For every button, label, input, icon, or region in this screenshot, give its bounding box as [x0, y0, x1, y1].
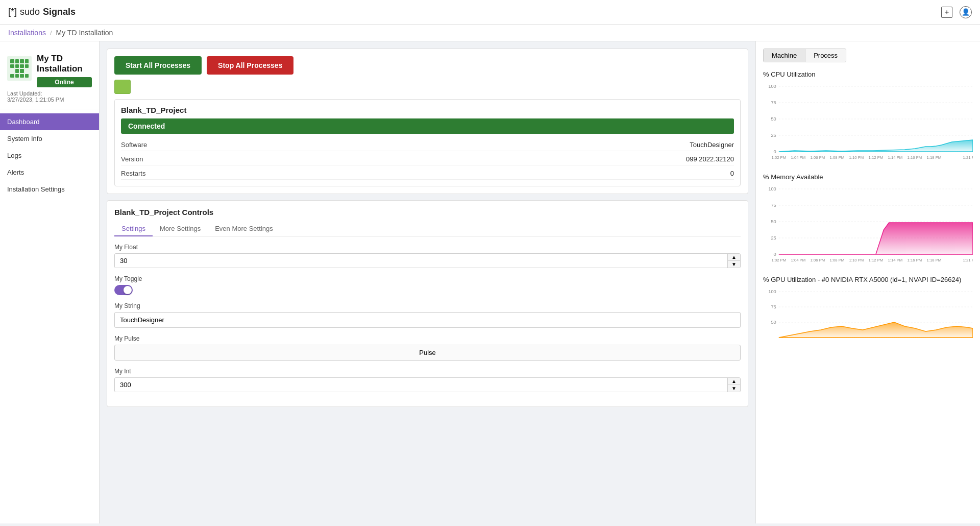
string-input[interactable] [114, 312, 741, 328]
svg-text:1:10 PM: 1:10 PM [849, 155, 864, 160]
svg-text:1:08 PM: 1:08 PM [830, 155, 845, 160]
process-buttons: Start All Processes Stop All Processes [114, 56, 741, 75]
float-label: My Float [114, 244, 741, 251]
int-up[interactable]: ▲ [728, 378, 740, 385]
version-value: 099 2022.32120 [428, 153, 734, 165]
installation-header: My TD Installation Online [7, 54, 92, 87]
svg-text:1:16 PM: 1:16 PM [908, 155, 922, 160]
float-spinners: ▲ ▼ [727, 254, 740, 268]
svg-text:75: 75 [771, 203, 776, 208]
icon-cell [15, 69, 19, 73]
svg-text:1:16 PM: 1:16 PM [908, 258, 922, 262]
pulse-button[interactable]: Pulse [114, 345, 741, 361]
breadcrumb-separator: / [50, 29, 52, 37]
svg-text:100: 100 [768, 186, 776, 192]
cpu-chart-title: % CPU Utilization [763, 70, 973, 78]
toggle-control[interactable] [114, 285, 133, 295]
logo-sudo: sudo [20, 7, 40, 17]
sidebar-item-logs[interactable]: Logs [0, 147, 99, 164]
user-avatar[interactable]: 👤 [960, 6, 972, 18]
start-all-button[interactable]: Start All Processes [114, 56, 202, 75]
controls-section: Blank_TD_Project Controls Settings More … [107, 200, 748, 407]
svg-text:1:14 PM: 1:14 PM [888, 155, 903, 160]
toggle-knob [124, 286, 132, 294]
icon-cell [20, 64, 24, 68]
gpu-chart-svg: 100 75 50 [763, 286, 973, 348]
svg-text:75: 75 [771, 304, 776, 309]
int-spinners: ▲ ▼ [727, 378, 740, 392]
toggle-field: My Toggle [114, 275, 741, 295]
center-content: Start All Processes Stop All Processes B… [100, 41, 755, 523]
gpu-chart: 100 75 50 [763, 286, 973, 348]
sidebar-item-system-info[interactable]: System Info [0, 130, 99, 147]
icon-cell [20, 69, 24, 73]
svg-text:1:02 PM: 1:02 PM [771, 258, 786, 262]
project-card: Blank_TD_Project Connected Software Touc… [114, 99, 741, 186]
float-input[interactable] [115, 254, 727, 268]
controls-tabs: Settings More Settings Even More Setting… [114, 222, 741, 236]
int-label: My Int [114, 368, 741, 375]
sidebar-item-alerts[interactable]: Alerts [0, 164, 99, 181]
icon-cell [25, 59, 29, 63]
breadcrumb-installations[interactable]: Installations [8, 29, 46, 37]
connected-status: Connected [121, 118, 734, 134]
svg-text:1:06 PM: 1:06 PM [811, 258, 825, 262]
logo-signals: Signals [43, 7, 76, 17]
app-logo: [*]sudoSignals [8, 7, 76, 17]
svg-marker-49 [779, 322, 973, 338]
gpu-chart-title: % GPU Utilization - #0 NVIDIA RTX A5000 … [763, 276, 973, 283]
svg-text:1:12 PM: 1:12 PM [869, 258, 884, 262]
sidebar-item-dashboard[interactable]: Dashboard [0, 113, 99, 130]
sidebar-item-installation-settings[interactable]: Installation Settings [0, 181, 99, 198]
float-field: My Float ▲ ▼ [114, 244, 741, 268]
stop-all-button[interactable]: Stop All Processes [207, 56, 293, 75]
svg-text:50: 50 [771, 116, 776, 122]
float-up[interactable]: ▲ [728, 254, 740, 261]
svg-text:1:06 PM: 1:06 PM [811, 155, 825, 160]
pulse-label: My Pulse [114, 335, 741, 342]
pulse-field: My Pulse Pulse [114, 335, 741, 361]
breadcrumb: Installations / My TD Installation [0, 25, 980, 41]
header-actions: ＋ 👤 [941, 6, 972, 18]
svg-marker-31 [779, 223, 973, 254]
svg-text:0: 0 [774, 149, 776, 154]
tab-process[interactable]: Process [805, 49, 846, 62]
last-updated-value: 3/27/2023, 1:21:05 PM [7, 97, 64, 103]
float-down[interactable]: ▼ [728, 261, 740, 268]
add-icon[interactable]: ＋ [941, 7, 952, 18]
icon-cell [10, 69, 14, 73]
int-down[interactable]: ▼ [728, 385, 740, 392]
charts-panel: Machine Process % CPU Utilization 100 75… [755, 41, 980, 523]
svg-text:1:18 PM: 1:18 PM [927, 258, 942, 262]
toggle-label: My Toggle [114, 275, 741, 282]
gpu-chart-section: % GPU Utilization - #0 NVIDIA RTX A5000 … [763, 276, 973, 348]
app-header: [*]sudoSignals ＋ 👤 [0, 0, 980, 25]
svg-text:1:04 PM: 1:04 PM [791, 258, 806, 262]
int-input[interactable] [115, 378, 727, 392]
memory-chart: 100 75 50 25 0 1:02 PM [763, 184, 973, 266]
svg-text:1:08 PM: 1:08 PM [830, 258, 845, 262]
tab-more-settings[interactable]: More Settings [153, 222, 208, 236]
installation-info: My TD Installation Online [37, 54, 92, 87]
sidebar-nav: Dashboard System Info Logs Alerts Instal… [0, 113, 99, 198]
tab-even-more-settings[interactable]: Even More Settings [208, 222, 280, 236]
svg-text:1:14 PM: 1:14 PM [888, 258, 903, 262]
svg-text:25: 25 [771, 133, 776, 138]
icon-cell [15, 74, 19, 78]
last-updated: Last Updated: 3/27/2023, 1:21:05 PM [7, 90, 92, 103]
svg-text:1:04 PM: 1:04 PM [791, 155, 806, 160]
int-field: My Int ▲ ▼ [114, 368, 741, 392]
online-status-badge: Online [37, 77, 92, 87]
svg-text:75: 75 [771, 100, 776, 105]
memory-chart-title: % Memory Available [763, 173, 973, 181]
version-label: Version [121, 153, 428, 165]
project-details: Software TouchDesigner Version 099 2022.… [121, 139, 734, 180]
icon-cell [10, 74, 14, 78]
svg-text:1:12 PM: 1:12 PM [869, 155, 884, 160]
svg-text:100: 100 [768, 84, 776, 89]
tab-machine[interactable]: Machine [764, 49, 805, 62]
svg-text:0: 0 [774, 252, 776, 257]
status-indicator [114, 80, 131, 94]
tab-settings[interactable]: Settings [114, 222, 153, 236]
cpu-chart-section: % CPU Utilization 100 75 50 25 0 [763, 70, 973, 163]
